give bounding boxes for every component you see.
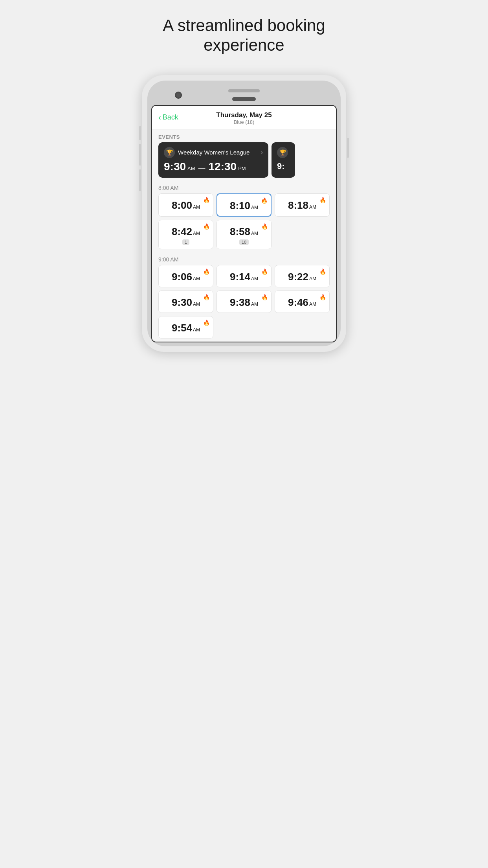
slots-grid-8am: 🔥 8:00 AM 🔥 8:10 AM bbox=[152, 193, 336, 249]
slot-time-ampm: AM bbox=[251, 231, 258, 236]
slot-930[interactable]: 🔥 9:30 AM bbox=[158, 291, 213, 313]
fire-icon: 🔥 bbox=[203, 268, 210, 275]
fire-icon: 🔥 bbox=[261, 294, 268, 300]
app-header: ‹ Back Thursday, May 25 Blue (18) bbox=[152, 106, 336, 129]
fire-icon: 🔥 bbox=[261, 197, 268, 204]
event-end-time: 12:30 bbox=[209, 160, 237, 173]
events-section: 🏆 Weekday Women's League › 9:30 AM — 12:… bbox=[152, 142, 336, 181]
slot-time-ampm: AM bbox=[193, 231, 200, 236]
slot-time-big: 9:54 bbox=[172, 322, 192, 334]
side-button-right bbox=[347, 138, 349, 158]
event-end-ampm: PM bbox=[238, 166, 246, 171]
event-card-2[interactable]: 🏆 9: bbox=[272, 142, 295, 178]
slot-858[interactable]: 🔥 8:58 AM 10 bbox=[216, 220, 272, 249]
back-label: Back bbox=[163, 113, 178, 121]
phone-frame: ‹ Back Thursday, May 25 Blue (18) EVENTS bbox=[142, 75, 346, 352]
side-button-left1 bbox=[139, 126, 141, 140]
slot-time: 8:18 AM bbox=[288, 199, 316, 211]
phone-top bbox=[151, 85, 337, 96]
slot-time-big: 8:00 bbox=[172, 199, 192, 211]
slot-time: 9:06 AM bbox=[172, 271, 200, 283]
slot-time: 9:22 AM bbox=[288, 271, 316, 283]
fire-icon: 🔥 bbox=[319, 294, 326, 300]
side-button-left3 bbox=[139, 169, 141, 191]
slot-time-ampm: AM bbox=[193, 204, 200, 210]
phone-camera bbox=[175, 92, 182, 99]
back-button[interactable]: ‹ Back bbox=[158, 113, 178, 122]
slot-time: 8:42 AM bbox=[172, 226, 200, 238]
slot-time: 9:14 AM bbox=[230, 271, 258, 283]
events-scroll[interactable]: 🏆 Weekday Women's League › 9:30 AM — 12:… bbox=[152, 142, 336, 178]
time-group-8am-label: 8:00 AM bbox=[152, 181, 336, 193]
slot-time: 9:46 AM bbox=[288, 296, 316, 309]
time-group-8am: 8:00 AM 🔥 8:00 AM 🔥 bbox=[152, 181, 336, 252]
header-subtitle: Blue (18) bbox=[158, 119, 330, 125]
slot-922[interactable]: 🔥 9:22 AM bbox=[275, 265, 330, 287]
event-partial-time: 9: bbox=[277, 161, 290, 171]
fire-icon: 🔥 bbox=[203, 320, 210, 326]
event-start-time: 9:30 bbox=[164, 160, 186, 173]
slot-time-big: 9:14 bbox=[230, 271, 250, 283]
phone-screen: ‹ Back Thursday, May 25 Blue (18) EVENTS bbox=[151, 105, 337, 342]
event-title-row: 🏆 Weekday Women's League bbox=[164, 147, 250, 158]
time-group-9am-label: 9:00 AM bbox=[152, 252, 336, 265]
fire-icon: 🔥 bbox=[203, 197, 210, 203]
slot-946[interactable]: 🔥 9:46 AM bbox=[275, 291, 330, 313]
slot-time: 8:00 AM bbox=[172, 199, 200, 211]
slot-time-ampm: AM bbox=[193, 302, 200, 307]
slot-time: 9:54 AM bbox=[172, 322, 200, 334]
slot-time-big: 8:18 bbox=[288, 199, 308, 211]
event-dash: — bbox=[198, 164, 205, 172]
slot-938[interactable]: 🔥 9:38 AM bbox=[216, 291, 272, 313]
slot-818[interactable]: 🔥 8:18 AM bbox=[275, 193, 330, 217]
slot-time-big: 8:58 bbox=[230, 226, 250, 238]
slot-810[interactable]: 🔥 8:10 AM bbox=[216, 193, 272, 217]
slot-time-big: 9:38 bbox=[230, 296, 250, 309]
slot-time-ampm: AM bbox=[309, 204, 316, 210]
slot-906[interactable]: 🔥 9:06 AM bbox=[158, 265, 213, 287]
slot-954[interactable]: 🔥 9:54 AM bbox=[158, 316, 213, 338]
event-name-1: Weekday Women's League bbox=[178, 149, 250, 156]
slot-time-big: 9:46 bbox=[288, 296, 308, 309]
fire-icon: 🔥 bbox=[203, 223, 210, 230]
fire-icon: 🔥 bbox=[203, 294, 210, 300]
event-start-ampm: AM bbox=[187, 166, 195, 171]
event-header-1: 🏆 Weekday Women's League › bbox=[164, 147, 263, 158]
back-chevron-icon: ‹ bbox=[158, 113, 161, 122]
event-card-1[interactable]: 🏆 Weekday Women's League › 9:30 AM — 12:… bbox=[158, 142, 268, 178]
page-title: A streamlined booking experience bbox=[163, 16, 325, 55]
phone-speaker bbox=[228, 89, 260, 92]
events-section-label: EVENTS bbox=[152, 129, 336, 142]
slot-842[interactable]: 🔥 8:42 AM 1 bbox=[158, 220, 213, 249]
slot-time: 9:30 AM bbox=[172, 296, 200, 309]
home-button[interactable] bbox=[232, 97, 256, 101]
slot-time: 8:58 AM bbox=[230, 226, 258, 238]
slot-badge-842: 1 bbox=[182, 239, 189, 245]
slot-914[interactable]: 🔥 9:14 AM bbox=[216, 265, 272, 287]
slot-800[interactable]: 🔥 8:00 AM bbox=[158, 193, 213, 217]
slot-time-big: 9:22 bbox=[288, 271, 308, 283]
slot-time: 9:38 AM bbox=[230, 296, 258, 309]
time-group-9am: 9:00 AM 🔥 9:06 AM 🔥 bbox=[152, 252, 336, 342]
slot-badge-858: 10 bbox=[239, 239, 249, 245]
phone-inner: ‹ Back Thursday, May 25 Blue (18) EVENTS bbox=[147, 81, 341, 346]
slot-time-ampm: AM bbox=[251, 205, 258, 210]
slots-grid-9am: 🔥 9:06 AM 🔥 9:14 AM bbox=[152, 265, 336, 338]
app-content: EVENTS 🏆 Weekday Women's League › bbox=[152, 129, 336, 342]
event-chevron-icon: › bbox=[261, 149, 263, 156]
slot-time-ampm: AM bbox=[251, 276, 258, 281]
event-time-1: 9:30 AM — 12:30 PM bbox=[164, 160, 263, 173]
slot-time-big: 8:10 bbox=[230, 200, 250, 212]
side-button-left2 bbox=[139, 144, 141, 166]
trophy-icon-2: 🏆 bbox=[277, 147, 288, 158]
slot-time-ampm: AM bbox=[251, 302, 258, 307]
slot-time-big: 9:06 bbox=[172, 271, 192, 283]
fire-icon: 🔥 bbox=[261, 268, 268, 275]
slot-time-big: 9:30 bbox=[172, 296, 192, 309]
slot-time-ampm: AM bbox=[193, 276, 200, 281]
slot-time: 8:10 AM bbox=[230, 200, 258, 212]
slot-time-ampm: AM bbox=[309, 276, 316, 281]
slot-time-ampm: AM bbox=[193, 327, 200, 333]
fire-icon: 🔥 bbox=[319, 197, 326, 203]
fire-icon: 🔥 bbox=[261, 223, 268, 230]
